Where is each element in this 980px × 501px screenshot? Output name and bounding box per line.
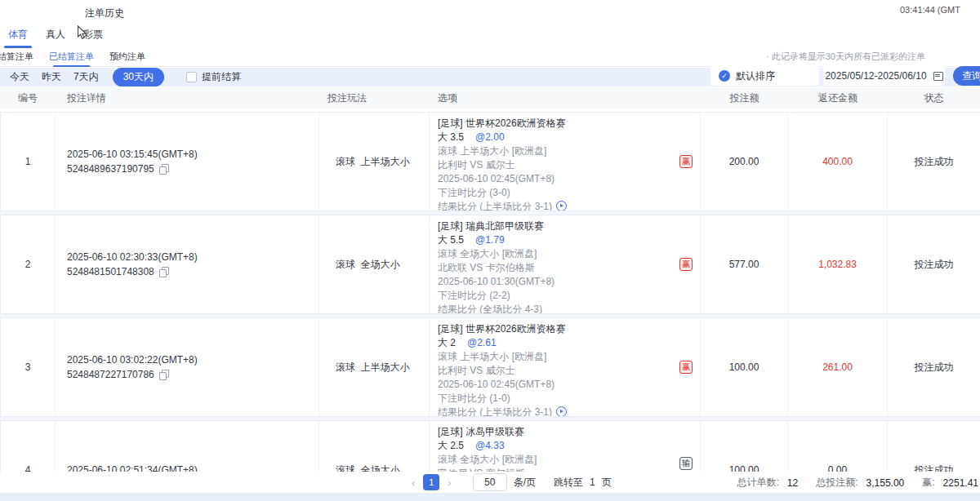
bet-table-body: 1 2025-06-10 03:15:45(GMT+8) 52484896371…: [0, 112, 980, 501]
league-name: [足球] 世界杯2026欧洲资格赛: [438, 117, 680, 131]
bet-time: 2025-06-10 03:15:45(GMT+8): [67, 147, 318, 162]
table-header: 编号 投注详情 投注玩法 选项 投注额 返还金额 状态: [0, 87, 980, 109]
early-settle-label: 提前结算: [202, 70, 241, 84]
copy-icon[interactable]: [159, 370, 168, 379]
result-score: 结果比分 (全场比分 4-3): [438, 303, 680, 313]
bet-history-page: 注单历史 03:41:44 (GMT 体育 真人 彩票 未结算注单 已结算注单 …: [0, 0, 980, 501]
table-row: 3 2025-06-10 03:02:22(GMT+8) 52484872271…: [0, 317, 980, 417]
bet-status: 投注成功: [888, 318, 980, 416]
stake-amount: 200.00: [701, 113, 788, 211]
col-play-type: 投注玩法: [319, 91, 430, 105]
mouse-cursor-icon: [77, 25, 88, 42]
total-stake-label: 总投注额:: [816, 476, 858, 490]
prev-page-icon[interactable]: ‹: [410, 477, 416, 489]
page-size-input[interactable]: [473, 473, 507, 491]
jump-page-value[interactable]: 1: [590, 477, 595, 488]
match-teams: 北欧联 VS 卡尔伯格斯: [438, 261, 680, 275]
bet-play-type: 滚球 上半场大小: [319, 113, 430, 211]
bet-order-id: 5248481501748308: [67, 264, 154, 279]
filter-bar: 今天 昨天 7天内 30天内 提前结算 ✓ 默认排序 2025/05/12-20…: [0, 68, 980, 86]
filter-7days[interactable]: 7天内: [74, 70, 99, 84]
bet-status: 投注成功: [888, 215, 980, 313]
search-button[interactable]: 查询: [953, 66, 980, 86]
next-page-icon[interactable]: ›: [446, 477, 452, 489]
win-icon: 赢: [679, 155, 693, 168]
win-icon: 赢: [679, 361, 693, 374]
subtab-unsettled[interactable]: 未结算注单: [0, 47, 34, 66]
subtab-reserved[interactable]: 预约注单: [109, 47, 146, 66]
bet-selection: 大 5.5: [438, 234, 464, 246]
col-bet-details: 投注详情: [56, 91, 319, 105]
result-score: 结果比分 (上半场比分 3-1): [438, 200, 680, 211]
total-stake-value: 3,155.00: [866, 477, 905, 489]
match-time: 2025-06-10 01:30(GMT+8): [438, 275, 680, 289]
win-icon: 赢: [679, 258, 693, 271]
result-detail-icon[interactable]: [556, 201, 567, 211]
match-time: 2025-06-10 02:45(GMT+8): [438, 378, 680, 392]
bottom-strip: [0, 493, 980, 501]
pagination: ‹ 1 › 条/页 跳转至 1 页: [410, 473, 612, 491]
total-count-label: 总计单数:: [737, 476, 779, 490]
bet-odds: @2.00: [475, 131, 505, 143]
early-settle-filter[interactable]: 提前结算: [186, 70, 241, 84]
league-name: [足球] 冰岛甲级联赛: [438, 425, 680, 439]
bet-order-id: 5248487227170786: [67, 367, 154, 382]
server-time: 03:41:44 (GMT: [900, 5, 960, 15]
filter-yesterday[interactable]: 昨天: [42, 70, 61, 84]
bet-number: 1: [1, 113, 56, 211]
return-amount: 1,032.83: [788, 215, 888, 313]
market-info: 滚球 全场大小 [欧洲盘]: [438, 247, 680, 261]
bet-play-type: 滚球 全场大小: [319, 215, 430, 313]
market-info: 滚球 全场大小 [欧洲盘]: [438, 453, 680, 467]
bet-play-type: 滚球 上半场大小: [319, 318, 430, 416]
bet-odds: @2.61: [467, 337, 497, 348]
bet-number: 2: [1, 215, 56, 313]
score-at-bet: 下注时比分 (1-0): [438, 392, 680, 406]
sort-select[interactable]: ✓ 默认排序: [710, 66, 819, 86]
col-selection: 选项: [430, 91, 701, 105]
jump-to-label: 跳转至: [554, 476, 583, 490]
bet-order-id: 5248489637190795: [67, 162, 154, 176]
filter-today[interactable]: 今天: [10, 70, 29, 84]
records-note: · 此记录将显示30天内所有已派彩的注单: [766, 51, 925, 63]
page-unit-label: 页: [602, 476, 612, 490]
total-count-value: 12: [787, 477, 798, 489]
bet-selection: 大 3.5: [438, 131, 464, 143]
early-settle-checkbox[interactable]: [186, 72, 197, 82]
col-number: 编号: [0, 91, 56, 105]
bet-status: 投注成功: [888, 113, 980, 211]
market-info: 滚球 上半场大小 [欧洲盘]: [438, 350, 680, 364]
page-title: 注单历史: [85, 7, 124, 20]
summary-totals: 总计单数: 12 总投注额: 3,155.00 赢: 2251.41: [737, 476, 979, 490]
col-status: 状态: [888, 91, 980, 105]
table-footer: ‹ 1 › 条/页 跳转至 1 页 总计单数: 12 总投注额: 3,155.0…: [0, 472, 980, 493]
result-score: 结果比分 (上半场比分 3-1): [438, 406, 680, 416]
table-row: 1 2025-06-10 03:15:45(GMT+8) 52484896371…: [0, 112, 980, 211]
col-stake: 投注额: [701, 91, 788, 105]
league-name: [足球] 瑞典北部甲级联赛: [438, 219, 680, 233]
bet-selection: 大 2.5: [438, 440, 464, 451]
score-at-bet: 下注时比分 (3-0): [438, 186, 680, 200]
copy-icon[interactable]: [159, 267, 168, 277]
league-name: [足球] 世界杯2026欧洲资格赛: [438, 322, 680, 336]
result-detail-icon[interactable]: [556, 406, 567, 416]
date-range-picker[interactable]: 2025/05/12-2025/06/10: [823, 66, 945, 86]
bet-selection: 大 2: [438, 337, 456, 348]
return-amount: 261.00: [788, 318, 888, 416]
stake-amount: 100.00: [701, 318, 788, 416]
bet-number: 3: [1, 318, 56, 416]
match-time: 2025-06-10 02:45(GMT+8): [438, 172, 680, 186]
filter-30days[interactable]: 30天内: [113, 68, 164, 86]
bet-odds: @1.79: [475, 234, 505, 246]
check-circle-icon: ✓: [719, 70, 730, 82]
copy-icon[interactable]: [159, 164, 168, 174]
col-return: 返还金额: [788, 91, 888, 105]
page-number-button[interactable]: 1: [423, 474, 439, 490]
total-win-value: 2251.41: [943, 477, 978, 489]
subtab-settled[interactable]: 已结算注单: [48, 47, 95, 66]
lose-icon: 输: [679, 457, 693, 470]
score-at-bet: 下注时比分 (2-2): [438, 289, 680, 303]
return-amount: 400.00: [788, 113, 888, 211]
total-win-label: 赢:: [922, 476, 934, 490]
market-info: 滚球 上半场大小 [欧洲盘]: [438, 144, 680, 158]
